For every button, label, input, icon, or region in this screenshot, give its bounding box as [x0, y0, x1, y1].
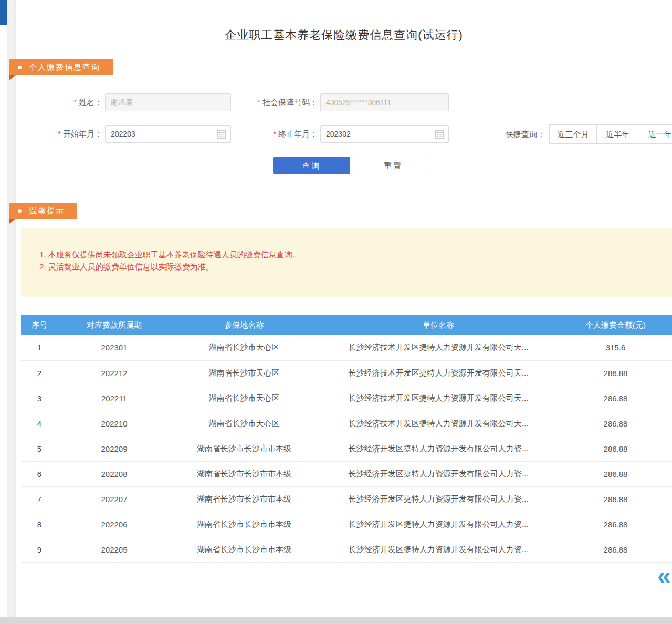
required-asterisk: * [58, 130, 61, 138]
cell-seq: 8 [21, 512, 58, 537]
cell-personal-amount: 286.88 [559, 411, 672, 436]
table-row: 2 202212 湖南省长沙市天心区 长沙经济技术开发区捷特人力资源开发有限公司… [21, 360, 672, 386]
cell-insured-place: 湖南省长沙市天心区 [171, 386, 318, 411]
header-personal-amount: 个人缴费金额(元) [559, 315, 672, 335]
cell-unit-name: 长沙经济开发区捷特人力资源开发有限公司人力资... [318, 436, 559, 461]
section-badge-personal-query: 个人缴费信息查询 [9, 59, 113, 75]
cell-seq: 6 [21, 461, 58, 486]
sidebar-blue-block [0, 0, 7, 25]
cell-unit-name: 长沙经济开发区捷特人力资源开发有限公司人力资... [318, 486, 559, 512]
collapse-chevron-icon[interactable]: « [657, 563, 671, 588]
table-row: 5 202209 湖南省长沙市长沙市市本级 长沙经济开发区捷特人力资源开发有限公… [21, 436, 672, 461]
cell-fee-period: 202208 [58, 461, 171, 486]
cell-seq: 1 [21, 335, 58, 360]
table-row: 9 202205 湖南省长沙市长沙市市本级 长沙经济开发区捷特人力资源开发有限公… [21, 537, 672, 562]
quick-option-last-6-months[interactable]: 近半年 [596, 124, 639, 144]
table-header-row: 序号 对应费款所属期 参保地名称 单位名称 个人缴费金额(元) [21, 315, 672, 335]
cell-seq: 4 [21, 411, 58, 436]
cell-seq: 5 [21, 436, 58, 461]
cell-unit-name: 长沙经济技术开发区捷特人力资源开发有限公司天... [318, 335, 559, 360]
cell-insured-place: 湖南省长沙市天心区 [171, 360, 318, 386]
required-asterisk: * [274, 130, 276, 138]
cell-fee-period: 202207 [58, 486, 171, 512]
cell-insured-place: 湖南省长沙市天心区 [171, 411, 318, 436]
section-badge-label: 温馨提示 [29, 206, 65, 216]
end-month-field [320, 125, 449, 143]
start-month-field [105, 125, 231, 143]
cell-fee-period: 202212 [58, 360, 171, 386]
cell-unit-name: 长沙经济技术开发区捷特人力资源开发有限公司天... [318, 360, 559, 386]
bottom-strip [0, 617, 672, 624]
cell-personal-amount: 286.88 [559, 360, 672, 386]
main-panel: 企业职工基本养老保险缴费信息查询(试运行) 个人缴费信息查询 *姓名： *社会保… [16, 0, 672, 618]
header-seq: 序号 [21, 315, 58, 335]
cell-seq: 2 [21, 360, 58, 386]
table-row: 3 202211 湖南省长沙市天心区 长沙经济技术开发区捷特人力资源开发有限公司… [21, 386, 672, 411]
header-fee-period: 对应费款所属期 [58, 315, 171, 335]
ssn-label: *社会保障号码： [242, 93, 318, 111]
header-insured-place: 参保地名称 [171, 315, 318, 335]
quick-option-last-3-months[interactable]: 近三个月 [549, 124, 597, 144]
table-row: 1 202301 湖南省长沙市天心区 长沙经济技术开发区捷特人力资源开发有限公司… [21, 335, 672, 360]
section-badge-label: 个人缴费信息查询 [29, 63, 100, 72]
cell-unit-name: 长沙经济开发区捷特人力资源开发有限公司人力资... [318, 512, 559, 537]
name-label: *姓名： [47, 93, 102, 111]
required-asterisk: * [74, 98, 77, 107]
badge-fold-decoration [9, 75, 16, 80]
cell-seq: 9 [21, 537, 58, 562]
cell-insured-place: 湖南省长沙市天心区 [171, 335, 318, 360]
ssn-input[interactable] [320, 93, 449, 111]
cell-insured-place: 湖南省长沙市长沙市市本级 [171, 461, 318, 486]
start-month-label: *开始年月： [47, 125, 102, 143]
payment-records-table: 序号 对应费款所属期 参保地名称 单位名称 个人缴费金额(元) 1 202301… [21, 315, 672, 563]
cell-fee-period: 202205 [58, 537, 171, 562]
cell-personal-amount: 286.88 [559, 436, 672, 461]
notice-line-1: 1. 本服务仅提供尚未领取企业职工基本养老保险待遇人员的缴费信息查询。 [39, 248, 672, 261]
page: 企业职工基本养老保险缴费信息查询(试运行) 个人缴费信息查询 *姓名： *社会保… [0, 0, 672, 624]
left-sidebar [0, 0, 7, 621]
badge-fold-decoration [9, 219, 16, 224]
table-row: 7 202207 湖南省长沙市长沙市市本级 长沙经济开发区捷特人力资源开发有限公… [21, 486, 672, 512]
end-month-input[interactable] [320, 125, 449, 143]
tips-notice-box: 1. 本服务仅提供尚未领取企业职工基本养老保险待遇人员的缴费信息查询。 2. 灵… [21, 228, 672, 297]
table-row: 8 202206 湖南省长沙市长沙市市本级 长沙经济开发区捷特人力资源开发有限公… [21, 512, 672, 537]
name-input[interactable] [105, 93, 231, 111]
table-body: 1 202301 湖南省长沙市天心区 长沙经济技术开发区捷特人力资源开发有限公司… [21, 335, 672, 562]
cell-fee-period: 202206 [58, 512, 171, 537]
cell-personal-amount: 286.88 [559, 512, 672, 537]
cell-fee-period: 202211 [58, 386, 171, 411]
cell-fee-period: 202210 [58, 411, 171, 436]
cell-personal-amount: 286.88 [559, 386, 672, 411]
cell-seq: 7 [21, 486, 58, 512]
cell-unit-name: 长沙经济技术开发区捷特人力资源开发有限公司天... [318, 386, 559, 411]
end-month-label: *终止年月： [262, 125, 318, 143]
quick-option-last-year[interactable]: 近一年 [639, 124, 672, 144]
cell-unit-name: 长沙经济开发区捷特人力资源开发有限公司人力资... [318, 461, 559, 486]
header-unit-name: 单位名称 [318, 315, 559, 335]
cell-insured-place: 湖南省长沙市长沙市市本级 [171, 537, 318, 562]
cell-unit-name: 长沙经济开发区捷特人力资源开发有限公司人力资... [318, 537, 559, 562]
bullet-icon [18, 209, 22, 213]
start-month-input[interactable] [105, 125, 231, 143]
cell-personal-amount: 286.88 [559, 486, 672, 512]
query-button[interactable]: 查询 [273, 157, 350, 174]
quick-query-label: 快捷查询： [488, 125, 545, 144]
cell-seq: 3 [21, 386, 58, 411]
table-row: 6 202208 湖南省长沙市长沙市市本级 长沙经济开发区捷特人力资源开发有限公… [21, 461, 672, 486]
cell-unit-name: 长沙经济技术开发区捷特人力资源开发有限公司天... [318, 411, 559, 436]
cell-fee-period: 202209 [58, 436, 171, 461]
cell-personal-amount: 286.88 [559, 461, 672, 486]
cell-personal-amount: 315.6 [559, 335, 672, 360]
reset-button[interactable]: 重置 [356, 157, 430, 174]
cell-personal-amount: 286.88 [559, 537, 672, 562]
section-badge-tips: 温馨提示 [9, 203, 77, 219]
required-asterisk: * [258, 98, 260, 107]
cell-insured-place: 湖南省长沙市长沙市市本级 [171, 486, 318, 512]
notice-line-2: 2. 灵活就业人员的缴费单位信息以实际缴费为准。 [39, 261, 672, 273]
cell-fee-period: 202301 [58, 335, 171, 360]
bullet-icon [18, 66, 22, 69]
cell-insured-place: 湖南省长沙市长沙市市本级 [171, 512, 318, 537]
cell-insured-place: 湖南省长沙市长沙市市本级 [171, 436, 318, 461]
page-title: 企业职工基本养老保险缴费信息查询(试运行) [16, 27, 672, 43]
table-row: 4 202210 湖南省长沙市天心区 长沙经济技术开发区捷特人力资源开发有限公司… [21, 411, 672, 436]
